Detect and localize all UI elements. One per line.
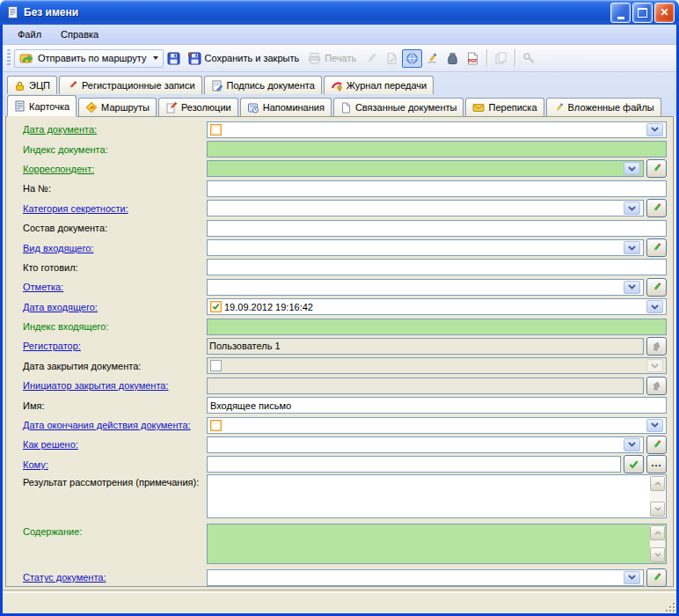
secrecy-category-edit-button[interactable]: [646, 199, 667, 217]
reply-number-input[interactable]: [209, 183, 664, 194]
incoming-date-dropdown-button[interactable]: [646, 300, 663, 313]
menu-file[interactable]: Файл: [10, 27, 49, 41]
minimize-button[interactable]: [610, 3, 631, 23]
document-index-field[interactable]: [207, 141, 667, 158]
document-date-field[interactable]: [207, 121, 667, 138]
tab-document-signature[interactable]: Подпись документа: [204, 76, 322, 94]
correspondent-input[interactable]: [209, 164, 623, 174]
tab-linked-documents[interactable]: Связанные документы: [333, 98, 464, 116]
incoming-date-label[interactable]: Дата входящего:: [6, 302, 207, 312]
recipient-confirm-button[interactable]: [624, 455, 644, 473]
save-button[interactable]: [164, 49, 184, 68]
recipient-input[interactable]: [209, 459, 618, 470]
tab-attached-files[interactable]: Вложенные файлы: [546, 98, 661, 116]
tab-registration-records[interactable]: Регистрационные записи: [59, 76, 202, 94]
incoming-type-dropdown-button[interactable]: [624, 241, 640, 254]
review-result-scrollbar[interactable]: [650, 476, 665, 517]
web-view-button[interactable]: [402, 49, 422, 68]
maximize-button[interactable]: [632, 3, 653, 23]
close-button[interactable]: ✕: [654, 3, 675, 23]
resize-grip[interactable]: [664, 601, 675, 612]
scroll-up-icon[interactable]: [650, 525, 665, 540]
document-status-input[interactable]: [209, 572, 623, 583]
mark-label[interactable]: Отметка:: [6, 282, 207, 292]
secrecy-category-field[interactable]: [207, 200, 644, 216]
document-status-field[interactable]: [207, 569, 644, 586]
export-pdf-button[interactable]: PDF: [463, 49, 483, 68]
mark-edit-button[interactable]: [646, 278, 667, 297]
secrecy-category-dropdown-button[interactable]: [624, 202, 640, 215]
incoming-type-edit-button[interactable]: [646, 238, 667, 257]
recipient-field[interactable]: [207, 456, 621, 473]
archive-button[interactable]: [442, 49, 463, 68]
document-date-dropdown-button[interactable]: [646, 123, 663, 136]
save-close-button[interactable]: Сохранить и закрыть: [184, 49, 303, 68]
toolbar-grip[interactable]: [7, 49, 11, 67]
document-date-input[interactable]: [224, 124, 646, 135]
mark-input[interactable]: [209, 282, 623, 292]
how-resolved-dropdown-button[interactable]: [624, 438, 640, 451]
how-resolved-label[interactable]: Как решено:: [6, 439, 207, 450]
tab-transfer-log[interactable]: Журнал передачи: [324, 76, 434, 94]
name-field[interactable]: [207, 397, 667, 414]
how-resolved-input[interactable]: [209, 439, 623, 450]
menu-help[interactable]: Справка: [53, 27, 106, 41]
attach-file-button[interactable]: [422, 49, 442, 68]
document-status-dropdown-button[interactable]: [624, 571, 640, 584]
registrar-select-button[interactable]: [646, 337, 667, 356]
scroll-up-icon[interactable]: [650, 476, 665, 491]
expiry-date-label[interactable]: Дата окончания действия документа:: [6, 420, 207, 430]
incoming-index-field[interactable]: [207, 319, 667, 335]
review-result-textarea[interactable]: [207, 474, 667, 518]
secrecy-category-label[interactable]: Категория секретности:: [6, 203, 207, 214]
close-initiator-select-button[interactable]: [646, 377, 667, 395]
tab-card[interactable]: Карточка: [7, 95, 77, 116]
tab-resolutions[interactable]: Резолюции: [158, 98, 238, 116]
expiry-date-checkbox[interactable]: [210, 420, 222, 431]
incoming-type-label[interactable]: Вид входящего:: [6, 243, 207, 253]
document-date-checkbox[interactable]: [210, 124, 222, 136]
incoming-type-input[interactable]: [209, 243, 623, 253]
reply-number-field[interactable]: [207, 180, 667, 197]
tab-correspondence[interactable]: Переписка: [465, 98, 544, 116]
incoming-date-input[interactable]: [313, 302, 646, 312]
prepared-by-field[interactable]: [207, 259, 667, 275]
close-initiator-label[interactable]: Инициатор закрытия документа:: [6, 380, 207, 391]
recipient-label[interactable]: Кому:: [6, 459, 207, 470]
tab-routes[interactable]: Маршруты: [78, 98, 157, 116]
incoming-date-field[interactable]: 19.09.2012 19:16:42: [207, 298, 667, 315]
document-date-label[interactable]: Дата документа:: [6, 124, 207, 135]
secrecy-category-input[interactable]: [209, 203, 623, 214]
incoming-type-field[interactable]: [207, 239, 644, 256]
scroll-down-icon[interactable]: [650, 547, 665, 562]
registrar-label[interactable]: Регистратор:: [6, 341, 207, 351]
content-textarea[interactable]: [207, 524, 667, 564]
name-input[interactable]: [209, 400, 664, 411]
document-composition-field[interactable]: [207, 220, 667, 237]
incoming-date-checkbox[interactable]: [210, 301, 222, 312]
prepared-by-input[interactable]: [209, 262, 664, 273]
scroll-down-icon[interactable]: [650, 502, 665, 517]
expiry-date-input[interactable]: [224, 420, 646, 430]
title-bar[interactable]: Без имени ✕: [0, 0, 679, 25]
how-resolved-field[interactable]: [207, 436, 644, 453]
document-composition-input[interactable]: [209, 223, 664, 233]
correspondent-label[interactable]: Корреспондент:: [6, 164, 207, 174]
mark-field[interactable]: [207, 279, 644, 296]
document-status-label[interactable]: Статус документа:: [6, 572, 207, 583]
expiry-date-field[interactable]: [207, 417, 667, 434]
correspondent-dropdown-button[interactable]: [624, 162, 640, 175]
form-row: Дата входящего: 19.09.2012 19:16:42: [6, 297, 673, 317]
expiry-date-dropdown-button[interactable]: [646, 419, 663, 432]
correspondent-edit-button[interactable]: [646, 159, 667, 178]
how-resolved-edit-button[interactable]: [646, 436, 667, 454]
tab-ecp[interactable]: ЭЦП: [7, 76, 57, 94]
recipient-browse-button[interactable]: ...: [646, 455, 667, 473]
send-route-button[interactable]: Отправить по маршруту: [14, 49, 164, 68]
content-scrollbar[interactable]: [650, 525, 665, 562]
document-status-edit-button[interactable]: [646, 568, 667, 587]
mark-dropdown-button[interactable]: [624, 281, 640, 294]
tab-reminders[interactable]: Напоминания: [240, 98, 332, 116]
send-route-dropdown-icon[interactable]: [153, 56, 158, 60]
correspondent-field[interactable]: [207, 160, 644, 177]
